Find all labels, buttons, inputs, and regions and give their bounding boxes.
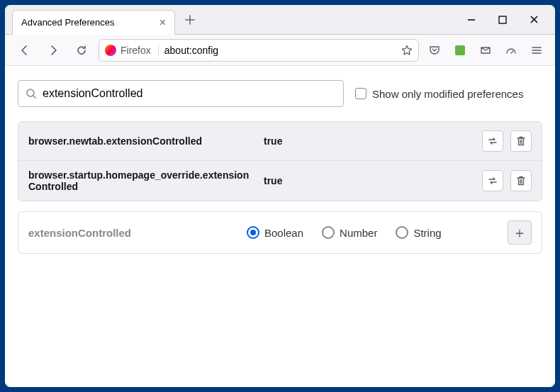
close-tab-icon[interactable]: × [159, 16, 166, 29]
checkbox-label: Show only modified preferences [372, 88, 523, 100]
inbox-icon[interactable] [476, 40, 495, 60]
search-row: Show only modified preferences [18, 80, 542, 107]
pref-list: browser.newtab.extensionControlled true … [18, 121, 542, 201]
new-pref-name: extensionControlled [28, 227, 234, 239]
firefox-logo-icon [105, 45, 116, 56]
toggle-button[interactable] [482, 170, 503, 191]
radio-icon [322, 226, 335, 239]
tab-active[interactable]: Advanced Preferences × [12, 10, 175, 35]
new-pref-row: extensionControlled Boolean Number Strin… [18, 211, 542, 254]
search-input[interactable] [43, 87, 336, 100]
close-button[interactable] [527, 13, 541, 27]
maximize-button[interactable] [495, 13, 510, 27]
identity-box[interactable]: Firefox [105, 45, 159, 56]
radio-label: Number [340, 227, 377, 239]
browser-window: Advanced Preferences × Firefox about:con… [5, 5, 555, 387]
radio-label: String [413, 227, 441, 239]
reload-button[interactable] [70, 39, 93, 62]
window-controls [464, 13, 549, 27]
checkbox-icon [355, 88, 366, 99]
pref-actions [482, 170, 532, 191]
search-box[interactable] [18, 80, 344, 107]
minimize-button[interactable] [464, 13, 478, 27]
search-icon [26, 88, 37, 99]
add-button[interactable]: ＋ [508, 220, 532, 245]
extension-icon[interactable] [450, 40, 470, 60]
svg-rect-0 [499, 16, 506, 23]
radio-icon [247, 226, 259, 239]
nav-toolbar: Firefox about:config [5, 35, 555, 66]
content-area: Show only modified preferences browser.n… [5, 66, 555, 387]
pref-name: browser.newtab.extensionControlled [28, 135, 255, 147]
toggle-button[interactable] [482, 130, 503, 152]
radio-number[interactable]: Number [322, 226, 377, 239]
new-tab-button[interactable] [181, 11, 199, 29]
url-bar[interactable]: Firefox about:config [99, 39, 419, 62]
bookmark-star-icon[interactable] [401, 45, 413, 56]
type-radios: Boolean Number String [247, 226, 495, 239]
menu-icon[interactable] [527, 40, 547, 60]
identity-label: Firefox [121, 45, 151, 56]
gauge-icon[interactable] [501, 40, 521, 60]
pref-row: browser.newtab.extensionControlled true [18, 122, 542, 161]
pref-value: true [264, 135, 474, 147]
forward-button[interactable] [42, 39, 65, 62]
show-modified-checkbox[interactable]: Show only modified preferences [355, 88, 523, 100]
toolbar-icons [425, 40, 547, 60]
tab-title: Advanced Preferences [21, 17, 115, 28]
pref-name: browser.startup.homepage_override.extens… [28, 169, 255, 192]
pref-value: true [264, 175, 474, 186]
pref-actions [482, 130, 532, 152]
radio-label: Boolean [264, 227, 303, 239]
radio-icon [396, 226, 408, 239]
back-button[interactable] [13, 39, 36, 62]
url-text: about:config [164, 45, 396, 56]
delete-button[interactable] [510, 130, 532, 152]
radio-string[interactable]: String [396, 226, 441, 239]
titlebar: Advanced Preferences × [5, 5, 555, 35]
pocket-icon[interactable] [425, 40, 444, 60]
radio-boolean[interactable]: Boolean [247, 226, 303, 239]
pref-row: browser.startup.homepage_override.extens… [18, 161, 542, 201]
delete-button[interactable] [510, 170, 532, 191]
